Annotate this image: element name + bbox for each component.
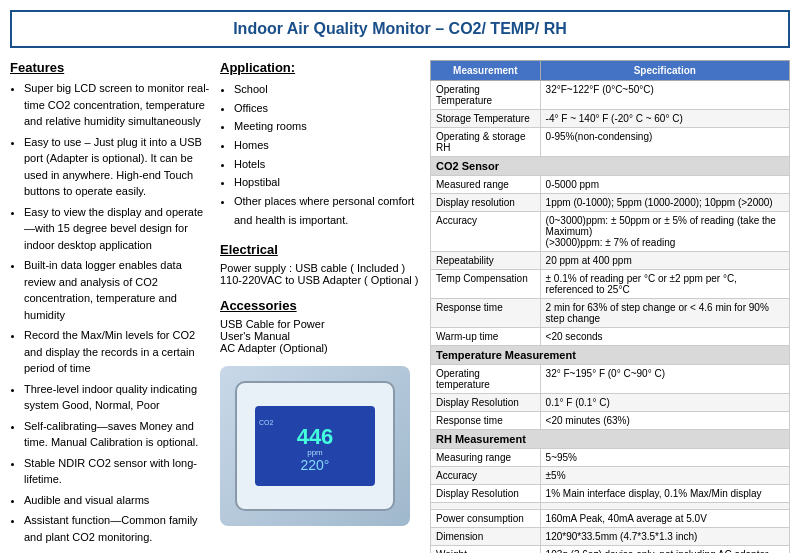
specification-value: 1% Main interface display, 0.1% Max/Min … xyxy=(540,485,789,503)
section-label: RH Measurement xyxy=(431,430,790,449)
middle-column: Application: SchoolOfficesMeeting roomsH… xyxy=(220,60,420,553)
section-label: CO2 Sensor xyxy=(431,157,790,176)
measurement-label: Storage Temperature xyxy=(431,110,541,128)
electrical-heading: Electrical xyxy=(220,242,420,257)
feature-item: Super big LCD screen to monitor real-tim… xyxy=(24,80,210,130)
specification-value: 160mA Peak, 40mA average at 5.0V xyxy=(540,510,789,528)
electrical-section: Electrical Power supply : USB cable ( In… xyxy=(220,242,420,286)
specification-value: 1ppm (0-1000); 5ppm (1000-2000); 10ppm (… xyxy=(540,194,789,212)
accessories-heading: Accessories xyxy=(220,298,420,313)
table-row: Response time2 min for 63% of step chang… xyxy=(431,299,790,328)
feature-item: Stable NDIR CO2 sensor with long-lifetim… xyxy=(24,455,210,488)
application-section: Application: SchoolOfficesMeeting roomsH… xyxy=(220,60,420,230)
specification-value: 32° F~195° F (0° C~90° C) xyxy=(540,365,789,394)
feature-item: Audible and visual alarms xyxy=(24,492,210,509)
measurement-label: Display Resolution xyxy=(431,394,541,412)
specification-value: ±5% xyxy=(540,467,789,485)
app-item: Hotels xyxy=(234,155,420,174)
table-row xyxy=(431,503,790,510)
specification-value: <20 minutes (63%) xyxy=(540,412,789,430)
measurement-label: Repeatability xyxy=(431,252,541,270)
specification-value: 20 ppm at 400 ppm xyxy=(540,252,789,270)
features-heading: Features xyxy=(10,60,210,75)
specification-value: 0-95%(non-condensing) xyxy=(540,128,789,157)
specification-value xyxy=(540,503,789,510)
table-row: Operating & storage RH0-95%(non-condensi… xyxy=(431,128,790,157)
table-row: Response time<20 minutes (63%) xyxy=(431,412,790,430)
spec-table: Measurement Specification Operating Temp… xyxy=(430,60,790,553)
measurement-label: Power consumption xyxy=(431,510,541,528)
col-specification: Specification xyxy=(540,61,789,81)
measurement-label: Dimension xyxy=(431,528,541,546)
table-row: Operating Temperature32°F~122°F (0°C~50°… xyxy=(431,81,790,110)
app-item: Meeting rooms xyxy=(234,117,420,136)
accessory-item: AC Adapter (Optional) xyxy=(220,342,420,354)
specification-value: 0-5000 ppm xyxy=(540,176,789,194)
app-item: Other places where personal comfort and … xyxy=(234,192,420,229)
specification-value: -4° F ~ 140° F (-20° C ~ 60° C) xyxy=(540,110,789,128)
device-body: CO2 446 ppm 220° xyxy=(235,381,395,511)
app-item: Homes xyxy=(234,136,420,155)
app-item: Offices xyxy=(234,99,420,118)
device-temp-value: 220° xyxy=(301,457,330,473)
table-row: Dimension120*90*33.5mm (4.7*3.5*1.3 inch… xyxy=(431,528,790,546)
measurement-label: Response time xyxy=(431,299,541,328)
app-item: School xyxy=(234,80,420,99)
measurement-label: Operating & storage RH xyxy=(431,128,541,157)
measurement-label: Operating temperature xyxy=(431,365,541,394)
table-row: Warm-up time<20 seconds xyxy=(431,328,790,346)
electrical-line: Power supply : USB cable ( Included ) xyxy=(220,262,420,274)
measurement-label: Accuracy xyxy=(431,467,541,485)
measurement-label: Weight xyxy=(431,546,541,554)
specification-value: 0.1° F (0.1° C) xyxy=(540,394,789,412)
feature-item: Assistant function—Common family and pla… xyxy=(24,512,210,545)
measurement-label: Measuring range xyxy=(431,449,541,467)
device-co2-value: 446 xyxy=(297,426,334,448)
specification-value: 103g (3.6oz) device only, not including … xyxy=(540,546,789,554)
measurement-label: Accuracy xyxy=(431,212,541,252)
accessories-items: USB Cable for PowerUser's ManualAC Adapt… xyxy=(220,318,420,354)
app-item: Hopstibal xyxy=(234,173,420,192)
feature-item: OEM and ODM are welcomed xyxy=(24,549,210,553)
measurement-label: Temp Compensation xyxy=(431,270,541,299)
accessory-item: USB Cable for Power xyxy=(220,318,420,330)
col-measurement: Measurement xyxy=(431,61,541,81)
specification-value: (0~3000)ppm: ± 50ppm or ± 5% of reading … xyxy=(540,212,789,252)
feature-item: Record the Max/Min levels for CO2 and di… xyxy=(24,327,210,377)
table-row: Weight103g (3.6oz) device only, not incl… xyxy=(431,546,790,554)
table-row: Temperature Measurement xyxy=(431,346,790,365)
measurement-label: Response time xyxy=(431,412,541,430)
feature-item: Easy to use – Just plug it into a USB po… xyxy=(24,134,210,200)
measurement-label: Display resolution xyxy=(431,194,541,212)
table-row: Accuracy(0~3000)ppm: ± 50ppm or ± 5% of … xyxy=(431,212,790,252)
accessory-item: User's Manual xyxy=(220,330,420,342)
specification-value: 120*90*33.5mm (4.7*3.5*1.3 inch) xyxy=(540,528,789,546)
table-row: Display resolution1ppm (0-1000); 5ppm (1… xyxy=(431,194,790,212)
table-row: Accuracy±5% xyxy=(431,467,790,485)
feature-item: Three-level indoor quality indicating sy… xyxy=(24,381,210,414)
electrical-line: 110-220VAC to USB Adapter ( Optional ) xyxy=(220,274,420,286)
table-row: Temp Compensation± 0.1% of reading per °… xyxy=(431,270,790,299)
device-screen: CO2 446 ppm 220° xyxy=(255,406,375,486)
table-row: Repeatability20 ppm at 400 ppm xyxy=(431,252,790,270)
device-image: CO2 446 ppm 220° xyxy=(220,366,410,526)
device-ppm-label: ppm xyxy=(307,448,323,457)
table-row: Measuring range5~95% xyxy=(431,449,790,467)
accessories-section: Accessories USB Cable for PowerUser's Ma… xyxy=(220,298,420,354)
application-heading: Application: xyxy=(220,60,420,75)
table-row: Power consumption160mA Peak, 40mA averag… xyxy=(431,510,790,528)
specification-value: 2 min for 63% of step change or < 4.6 mi… xyxy=(540,299,789,328)
table-row: Measured range0-5000 ppm xyxy=(431,176,790,194)
feature-item: Built-in data logger enables data review… xyxy=(24,257,210,323)
spec-table-section: Measurement Specification Operating Temp… xyxy=(430,60,790,553)
specification-value: <20 seconds xyxy=(540,328,789,346)
table-row: RH Measurement xyxy=(431,430,790,449)
application-list: SchoolOfficesMeeting roomsHomesHotelsHop… xyxy=(220,80,420,230)
feature-item: Self-calibrating—saves Money and time. M… xyxy=(24,418,210,451)
table-row: CO2 Sensor xyxy=(431,157,790,176)
specification-value: 32°F~122°F (0°C~50°C) xyxy=(540,81,789,110)
table-row: Storage Temperature-4° F ~ 140° F (-20° … xyxy=(431,110,790,128)
table-row: Operating temperature32° F~195° F (0° C~… xyxy=(431,365,790,394)
specification-value: ± 0.1% of reading per °C or ±2 ppm per °… xyxy=(540,270,789,299)
feature-item: Easy to view the display and operate—wit… xyxy=(24,204,210,254)
